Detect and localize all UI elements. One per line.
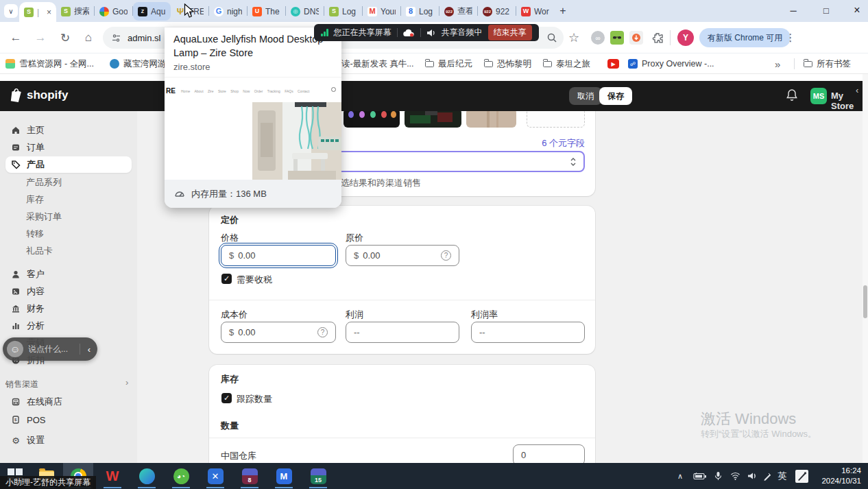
- sidebar-item-settings[interactable]: ⚙ 设置: [5, 432, 132, 449]
- teal-app-taskbar-button[interactable]: [132, 463, 162, 489]
- tab-nigh[interactable]: G nigh: [209, 2, 247, 21]
- bookmark-folder-zuihoujiyuan[interactable]: 最后纪元: [425, 57, 472, 71]
- store-avatar[interactable]: MS: [810, 88, 827, 104]
- tab-search[interactable]: S 搜索: [56, 2, 94, 21]
- add-media-tile[interactable]: [527, 108, 585, 128]
- window-close-button[interactable]: ×: [842, 0, 868, 21]
- stop-sharing-button[interactable]: 结束共享: [488, 25, 532, 40]
- sidebar-item-gift-cards[interactable]: 礼品卡: [5, 243, 132, 259]
- ime-indicator[interactable]: 英: [775, 463, 790, 489]
- profile-avatar[interactable]: Y: [677, 29, 694, 46]
- tab-goo[interactable]: Goo: [95, 2, 132, 21]
- window-maximize-button[interactable]: □: [811, 0, 841, 21]
- extension-link-icon[interactable]: ∞: [591, 31, 605, 45]
- bookmark-star-icon[interactable]: ☆: [564, 27, 584, 48]
- wps-taskbar-button[interactable]: W: [97, 463, 128, 489]
- cancel-button[interactable]: 取消: [569, 87, 602, 105]
- battery-icon[interactable]: [691, 463, 709, 489]
- tab-the[interactable]: U The: [248, 2, 285, 21]
- chat-collapse-icon[interactable]: ‹: [85, 344, 93, 355]
- sidebar-item-finance[interactable]: 财务: [5, 300, 132, 317]
- sidebar-item-collections[interactable]: 产品系列: [5, 174, 132, 191]
- product-thumbnail-3[interactable]: [466, 108, 516, 128]
- bookmark-novel[interactable]: 读-最新发表 真牛...: [341, 57, 414, 71]
- profit-input[interactable]: --: [346, 322, 459, 343]
- window-minimize-button[interactable]: ─: [778, 0, 808, 21]
- site-info-icon[interactable]: [111, 33, 121, 43]
- help-question-icon[interactable]: ?: [441, 250, 451, 261]
- all-bookmarks[interactable]: 所有书签: [804, 57, 851, 71]
- notifications-bell-icon[interactable]: [786, 88, 798, 105]
- sidebar-item-orders[interactable]: 订单: [5, 139, 132, 156]
- pen-icon[interactable]: [760, 463, 775, 489]
- scrollbar-track[interactable]: [863, 74, 868, 463]
- cloud-meeting-icon[interactable]: [403, 29, 415, 37]
- sidebar-item-online-store[interactable]: 在线商店: [5, 394, 132, 410]
- scrollbar-thumb[interactable]: [863, 285, 867, 318]
- extensions-puzzle-icon[interactable]: [647, 27, 668, 48]
- save-button[interactable]: 保存: [599, 87, 632, 105]
- tab-logo2[interactable]: 8 Log: [401, 2, 439, 21]
- bookmark-xuegao[interactable]: 雪糕资源网 - 全网...: [5, 57, 94, 71]
- metafields-link[interactable]: 6 个元字段: [542, 137, 585, 150]
- adguard-extension-icon[interactable]: [629, 31, 643, 45]
- wifi-icon[interactable]: [727, 463, 743, 489]
- chrome-update-chip[interactable]: 有新版 Chrome 可用: [699, 28, 791, 47]
- forward-icon[interactable]: →: [30, 27, 51, 48]
- channels-expand-icon[interactable]: ›: [125, 377, 128, 387]
- sidebar-item-customers[interactable]: 客户: [5, 266, 132, 283]
- sidebar-item-content[interactable]: 内容: [5, 283, 132, 300]
- sidebar-item-products[interactable]: 产品: [5, 156, 132, 173]
- price-input[interactable]: $ 0.00: [221, 245, 336, 266]
- meeting-app-8-taskbar-button[interactable]: 8: [234, 463, 265, 489]
- microphone-icon[interactable]: [710, 463, 725, 489]
- meeting-app-15-taskbar-button[interactable]: 15: [303, 463, 333, 489]
- sidebar-item-pos[interactable]: $ POS: [5, 412, 132, 428]
- help-question-icon[interactable]: ?: [317, 327, 328, 337]
- tab-dns[interactable]: ◎ DNS: [286, 2, 324, 21]
- bookmarks-overflow-icon[interactable]: »: [775, 57, 780, 71]
- bookmark-proxy[interactable]: ☍ Proxy Overview -...: [628, 57, 714, 71]
- chat-overlay-widget[interactable]: ☺ 说点什么... ‹: [3, 337, 97, 361]
- bookmark-cangbaowan[interactable]: 藏宝湾网游: [110, 57, 167, 71]
- tab-922[interactable]: 922 922: [478, 2, 516, 21]
- meeting-blue-taskbar-button[interactable]: M: [269, 463, 299, 489]
- tab-word[interactable]: W Wor: [516, 2, 554, 21]
- sidebar-item-inventory[interactable]: 库存: [5, 191, 132, 208]
- bookmark-folder-kongbuliming[interactable]: 恐怖黎明: [484, 57, 531, 71]
- tampermonkey-extension-icon[interactable]: [610, 31, 624, 45]
- volume-icon[interactable]: [745, 463, 760, 489]
- header-collapse-icon[interactable]: ‹: [856, 85, 858, 95]
- bookmark-youtube[interactable]: ▶: [607, 57, 619, 71]
- tab-logo1[interactable]: S Log: [324, 2, 362, 21]
- tab-close-icon[interactable]: ×: [47, 8, 51, 17]
- tab-aqualuxe-hovered[interactable]: Z Aqu: [133, 2, 171, 21]
- tray-expand-chevron-icon[interactable]: ∧: [672, 463, 688, 489]
- compare-at-price-input[interactable]: $ 0.00 ?: [346, 245, 459, 266]
- sidebar-item-purchase-orders[interactable]: 采购订单: [5, 208, 132, 225]
- tab-search-caret-icon[interactable]: ∨: [4, 4, 18, 18]
- whiteboard-tray-icon[interactable]: [793, 463, 810, 489]
- sidebar-item-transfers[interactable]: 转移: [5, 226, 132, 242]
- bookmark-folder-taitanzhilv[interactable]: 泰坦之旅: [543, 57, 590, 71]
- margin-input[interactable]: --: [471, 322, 585, 343]
- tab-gmail[interactable]: M Your: [363, 2, 400, 21]
- tab-922-view[interactable]: 922 查看: [439, 2, 477, 21]
- charge-tax-checkbox[interactable]: ✓: [221, 274, 232, 284]
- chrome-menu-icon[interactable]: ⋮: [780, 27, 801, 48]
- chat-avatar-smiley-icon[interactable]: ☺: [7, 341, 23, 357]
- sidebar-item-analytics[interactable]: 分析: [5, 318, 132, 334]
- shopify-logo[interactable]: shopify: [10, 88, 68, 103]
- product-thumbnail-2[interactable]: [405, 108, 461, 128]
- wechat-taskbar-button[interactable]: ◕◔: [166, 463, 196, 489]
- taskbar-clock[interactable]: 16:24 2024/10/31: [821, 466, 861, 486]
- tab-active[interactable]: S | ×: [19, 2, 56, 22]
- back-icon[interactable]: ←: [5, 27, 26, 48]
- new-tab-button[interactable]: +: [554, 2, 572, 20]
- track-quantity-checkbox[interactable]: ✓: [221, 393, 232, 403]
- chat-input[interactable]: 说点什么...: [28, 344, 75, 355]
- home-icon[interactable]: ⌂: [78, 27, 99, 48]
- sidebar-item-home[interactable]: 主页: [5, 122, 132, 139]
- reload-icon[interactable]: ↻: [55, 27, 75, 48]
- search-icon[interactable]: [542, 27, 562, 48]
